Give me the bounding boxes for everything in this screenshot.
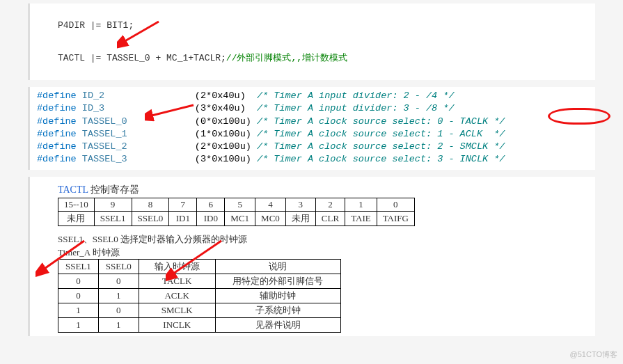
macro-comment: /* Timer A input divider: 3 - /8 */ — [257, 103, 455, 113]
code-line-2-code: TACTL |= TASSEL_0 + MC_1+TACLR; — [58, 53, 226, 63]
define-line: #define TASSEL_0 (0*0x100u) /* Timer A c… — [37, 116, 588, 128]
table-cell: SSEL0 — [132, 212, 169, 226]
table-cell: 子系统时钟 — [215, 303, 340, 318]
clock-source-table: SSEL1SSEL0输入时钟源说明 00TACLK用特定的外部引脚信号01ACL… — [58, 259, 341, 333]
code-block-top: P4DIR |= BIT1; TACTL |= TASSEL_0 + MC_1+… — [28, 3, 595, 80]
code-line-blank — [58, 33, 567, 49]
table-cell: 7 — [169, 198, 197, 212]
table1-title: TACTL 控制寄存器 — [58, 184, 581, 196]
table-cell: 0 — [58, 274, 99, 289]
keyword-define: #define — [37, 103, 82, 113]
macro-name: TASSEL_2 — [82, 141, 195, 152]
table-cell: 0 — [58, 289, 99, 303]
macro-value: (0*0x100u) — [195, 116, 257, 127]
macro-comment: /* Timer A clock source select: 3 - INCL… — [257, 154, 505, 164]
keyword-define: #define — [37, 116, 82, 127]
table-cell: TAIE — [345, 212, 377, 226]
table-cell: 1 — [98, 289, 139, 303]
code-line-1: P4DIR |= BIT1; — [58, 17, 567, 33]
macro-comment: /* Timer A clock source select: 1 - ACLK… — [257, 129, 505, 139]
code-line-2: TACTL |= TASSEL_0 + MC_1+TACLR;//外部引脚模式,… — [58, 50, 567, 66]
macro-name: TASSEL_0 — [82, 116, 195, 127]
table-cell: 4 — [255, 198, 286, 212]
table-cell: 8 — [132, 198, 169, 212]
table-cell: ACLK — [139, 289, 215, 303]
table-row: 10SMCLK子系统时钟 — [58, 303, 341, 318]
keyword-define: #define — [37, 129, 82, 139]
table-cell: 9 — [94, 198, 132, 212]
macro-value: (2*0x100u) — [195, 141, 257, 152]
macro-comment: /* Timer A clock source select: 2 - SMCL… — [257, 141, 505, 152]
table-cell: 0 — [98, 303, 139, 318]
table-cell: INCLK — [139, 318, 215, 333]
table-cell: 15--10 — [58, 198, 95, 212]
tactl-register-table: 15--109876543210 未用SSEL1SSEL0ID1ID0MC1MC… — [58, 198, 415, 226]
table-row: 11INCLK见器件说明 — [58, 318, 341, 333]
define-line: #define TASSEL_3 (3*0x100u) /* Timer A c… — [37, 153, 588, 166]
watermark: @51CTO博客 — [570, 349, 617, 360]
table-row: 01ACLK辅助时钟 — [58, 289, 341, 303]
table-cell: 输入时钟源 — [139, 260, 215, 274]
table-cell: 见器件说明 — [215, 318, 340, 333]
macro-name: ID_2 — [82, 90, 195, 101]
table-cell: 用特定的外部引脚信号 — [215, 274, 340, 289]
table-cell: 0 — [98, 274, 139, 289]
define-line: #define ID_2 (2*0x40u) /* Timer A input … — [37, 90, 588, 102]
code-block-defines: #define ID_2 (2*0x40u) /* Timer A input … — [28, 87, 595, 170]
table-cell: 2 — [315, 198, 345, 212]
macro-value: (3*0x100u) — [195, 154, 257, 164]
macro-value: (2*0x40u) — [195, 90, 257, 101]
table-cell: SSEL1 — [58, 260, 99, 274]
define-line: #define TASSEL_1 (1*0x100u) /* Timer A c… — [37, 128, 588, 141]
table-cell: 0 — [377, 198, 414, 212]
table-cell: 3 — [285, 198, 315, 212]
table-cell: MC0 — [255, 212, 286, 226]
table1-title-eng: TACTL — [58, 184, 88, 195]
macro-value: (3*0x40u) — [195, 103, 257, 113]
keyword-define: #define — [37, 141, 82, 152]
macro-name: TASSEL_3 — [82, 154, 195, 164]
define-line: #define TASSEL_2 (2*0x100u) /* Timer A c… — [37, 141, 588, 153]
table-cell: 1 — [58, 318, 99, 333]
table-cell: SSEL0 — [98, 260, 139, 274]
table-cell: 5 — [225, 198, 255, 212]
keyword-define: #define — [37, 154, 82, 164]
table-cell: SSEL1 — [94, 212, 132, 226]
table-cell: CLR — [315, 212, 345, 226]
table2-caption: Timer_A 时钟源 — [58, 246, 581, 259]
table-cell: 说明 — [215, 260, 340, 274]
table-cell: 6 — [197, 198, 225, 212]
table-row: 00TACLK用特定的外部引脚信号 — [58, 274, 341, 289]
macro-comment: /* Timer A clock source select: 0 - TACL… — [257, 116, 505, 127]
tables-area: TACTL 控制寄存器 15--109876543210 未用SSEL1SSEL… — [28, 177, 595, 336]
table-cell: TAIFG — [377, 212, 414, 226]
clock-source-paragraph: SSEL1、SSEL0 选择定时器输入分频器的时钟源 — [58, 233, 581, 246]
table-cell: 未用 — [58, 212, 95, 226]
macro-value: (1*0x100u) — [195, 129, 257, 139]
table-cell: 未用 — [285, 212, 315, 226]
table-cell: 辅助时钟 — [215, 289, 340, 303]
table1-title-cn: 控制寄存器 — [88, 184, 140, 195]
table-cell: ID1 — [169, 212, 197, 226]
table-cell: 1 — [345, 198, 377, 212]
table-cell: MC1 — [225, 212, 255, 226]
table-cell: SMCLK — [139, 303, 215, 318]
table-cell: TACLK — [139, 274, 215, 289]
code-line-2-comment: //外部引脚模式,,增计数模式 — [226, 53, 347, 63]
macro-comment: /* Timer A input divider: 2 - /4 */ — [257, 90, 455, 101]
define-line: #define ID_3 (3*0x40u) /* Timer A input … — [37, 102, 588, 115]
table-cell: ID0 — [197, 212, 225, 226]
table-cell: 1 — [98, 318, 139, 333]
keyword-define: #define — [37, 90, 82, 101]
table-cell: 1 — [58, 303, 99, 318]
macro-name: TASSEL_1 — [82, 129, 195, 139]
macro-name: ID_3 — [82, 103, 195, 113]
